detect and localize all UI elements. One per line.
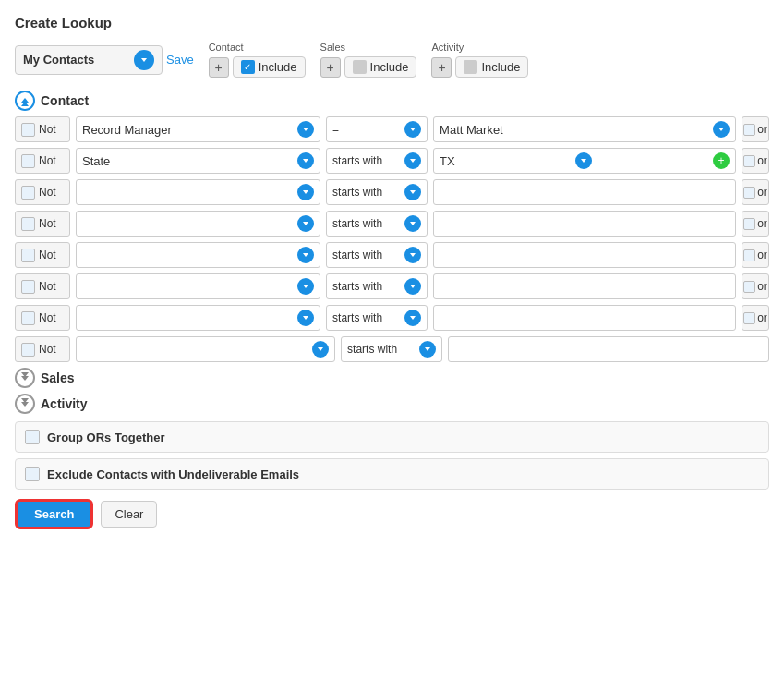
field-select[interactable]: [76, 305, 320, 331]
operator-value: starts with: [347, 343, 397, 356]
svg-marker-8: [581, 159, 586, 163]
option-label: Exclude Contacts with Undeliverable Emai…: [47, 468, 299, 481]
activity-plus-button[interactable]: +: [431, 57, 452, 78]
lookup-name-wrapper: My Contacts Save: [15, 45, 194, 75]
contact-plus-button[interactable]: +: [209, 57, 229, 78]
not-checkbox: [21, 217, 35, 231]
operator-select[interactable]: =: [326, 116, 428, 142]
save-link[interactable]: Save: [166, 53, 194, 67]
search-button[interactable]: Search: [15, 499, 93, 529]
or-label: or: [757, 311, 767, 324]
activity-include-button[interactable]: Include: [455, 56, 528, 78]
value-field[interactable]: TX+: [433, 148, 736, 174]
field-value: Record Manager: [82, 123, 172, 137]
or-button[interactable]: or: [742, 116, 769, 142]
operator-select[interactable]: starts with: [326, 242, 428, 268]
field-dropdown-icon: [297, 152, 314, 169]
option-checkbox[interactable]: [25, 430, 40, 444]
or-label: or: [757, 123, 767, 136]
or-button[interactable]: or: [742, 305, 769, 331]
activity-collapse-button[interactable]: [15, 394, 35, 414]
svg-marker-5: [718, 128, 724, 131]
value-field[interactable]: [433, 179, 736, 205]
operator-dropdown-icon: [404, 278, 421, 295]
field-select[interactable]: [76, 336, 335, 362]
or-checkbox: [743, 124, 755, 136]
field-dropdown-icon: [297, 121, 314, 138]
page-title: Create Lookup: [15, 15, 769, 30]
action-bar: Search Clear: [15, 499, 769, 529]
contact-collapse-button[interactable]: [15, 91, 35, 111]
operator-select[interactable]: starts with: [341, 336, 442, 362]
sales-include-text: Include: [370, 60, 409, 74]
operator-select[interactable]: starts with: [326, 148, 428, 174]
svg-marker-13: [303, 253, 308, 257]
not-button[interactable]: Not: [15, 179, 70, 205]
option-label: Group ORs Together: [47, 431, 165, 444]
field-dropdown-icon: [297, 278, 314, 295]
svg-marker-12: [410, 222, 416, 225]
not-button[interactable]: Not: [15, 148, 70, 174]
operator-value: starts with: [332, 249, 382, 261]
value-field[interactable]: [433, 211, 736, 237]
field-select[interactable]: Record Manager: [76, 116, 320, 142]
or-button[interactable]: or: [742, 179, 769, 205]
or-button[interactable]: or: [742, 148, 769, 174]
value-field[interactable]: Matt Market: [433, 116, 736, 142]
operator-select[interactable]: starts with: [326, 179, 428, 205]
operator-select[interactable]: starts with: [326, 305, 428, 331]
or-checkbox: [743, 187, 755, 199]
svg-marker-20: [425, 347, 430, 351]
not-button[interactable]: Not: [15, 211, 70, 237]
value-field[interactable]: [448, 336, 769, 362]
operator-value: starts with: [332, 280, 382, 293]
value-field[interactable]: [433, 273, 736, 299]
or-button[interactable]: or: [742, 273, 769, 299]
operator-select[interactable]: starts with: [326, 211, 428, 237]
operator-select[interactable]: starts with: [326, 273, 428, 299]
operator-value: starts with: [332, 311, 382, 324]
sales-include-check-icon: [353, 60, 367, 74]
filter-row: Notstarts withor: [15, 179, 769, 205]
not-button[interactable]: Not: [15, 242, 70, 268]
filter-row: NotRecord Manager=Matt Marketor: [15, 116, 769, 142]
value-field[interactable]: [433, 305, 736, 331]
contact-include-row: + ✓ Include: [209, 56, 306, 78]
not-button[interactable]: Not: [15, 305, 70, 331]
option-checkbox[interactable]: [25, 467, 40, 481]
field-dropdown-icon: [297, 310, 314, 326]
not-checkbox: [21, 154, 35, 168]
or-button[interactable]: or: [742, 242, 769, 268]
field-select[interactable]: [76, 179, 320, 205]
operator-dropdown-icon: [404, 215, 421, 232]
options-container: Group ORs Together Exclude Contacts with…: [15, 421, 769, 490]
not-checkbox: [21, 311, 35, 325]
activity-section-header: Activity: [15, 394, 769, 414]
sales-include-group: Sales + Include: [320, 42, 417, 78]
sales-plus-button[interactable]: +: [320, 57, 341, 78]
green-plus-icon[interactable]: +: [713, 152, 730, 169]
field-select[interactable]: [76, 211, 320, 237]
svg-marker-4: [410, 128, 416, 131]
not-button[interactable]: Not: [15, 116, 70, 142]
field-dropdown-icon: [297, 247, 314, 263]
not-button[interactable]: Not: [15, 273, 70, 299]
sales-include-button[interactable]: Include: [344, 56, 417, 78]
not-label: Not: [39, 311, 56, 324]
value-text: Matt Market: [440, 123, 503, 137]
or-label: or: [757, 154, 767, 167]
clear-button[interactable]: Clear: [101, 501, 157, 528]
svg-marker-9: [303, 190, 308, 194]
or-button[interactable]: or: [742, 211, 769, 237]
sales-collapse-button[interactable]: [15, 368, 35, 388]
field-select[interactable]: [76, 242, 320, 268]
contact-include-button[interactable]: ✓ Include: [233, 56, 306, 78]
value-field[interactable]: [433, 242, 736, 268]
field-select[interactable]: State: [76, 148, 320, 174]
field-select[interactable]: [76, 273, 320, 299]
not-button[interactable]: Not: [15, 336, 70, 362]
activity-section-title: Activity: [41, 396, 88, 411]
lookup-name-dropdown[interactable]: [134, 50, 154, 70]
not-label: Not: [39, 280, 56, 293]
filter-row: Notstarts withor: [15, 211, 769, 237]
